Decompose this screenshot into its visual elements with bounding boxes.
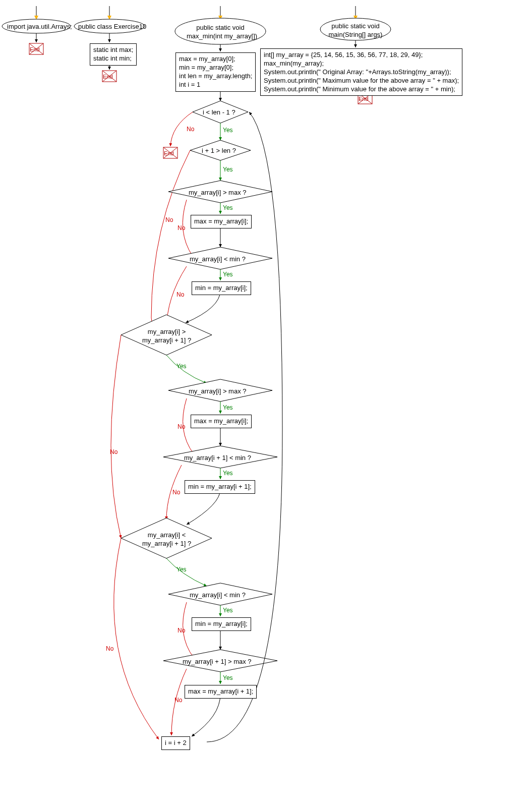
d-plus1: i + 1 > len ? [202, 147, 236, 155]
d-gt-max1: my_array[i] > max ? [189, 189, 247, 197]
svg-text:Yes: Yes [223, 204, 233, 211]
svg-text:Yes: Yes [223, 127, 233, 134]
svg-text:Yes: Yes [176, 566, 187, 573]
svg-text:No: No [165, 216, 173, 223]
a-inc: i = i + 2 [161, 736, 190, 750]
svg-text:Yes: Yes [223, 166, 233, 173]
svg-text:Yes: Yes [223, 674, 233, 681]
node-class-body: static int max; static int min; [90, 43, 137, 66]
a-min3: min = my_array[i]; [192, 617, 251, 631]
end-main: End [359, 95, 369, 102]
a-max1: max = my_array[i]; [191, 215, 252, 228]
svg-text:Yes: Yes [223, 271, 233, 278]
end-class: End [103, 73, 113, 80]
a-max2: max = my_array[i]; [191, 415, 252, 428]
svg-text:No: No [178, 423, 186, 430]
svg-text:No: No [176, 291, 185, 298]
d-lt-min3: my_array[i] < min ? [190, 591, 246, 600]
node-maxmin-sig: public static void max_min(int my_array[… [187, 24, 254, 41]
node-class: public class Exercise10 [78, 23, 141, 31]
d-gt-max3: my_array[i + 1] > max ? [183, 658, 252, 666]
svg-text:No: No [187, 126, 195, 133]
svg-text:Yes: Yes [176, 363, 187, 370]
svg-text:No: No [174, 697, 183, 704]
flowchart-svg: Yes No Yes No Yes No Yes No Yes No Yes N… [0, 0, 532, 806]
d-gt-max2: my_array[i] > max ? [189, 387, 247, 396]
node-maxmin-init: max = my_array[0]; min = my_array[0]; in… [175, 52, 256, 92]
svg-text:Yes: Yes [223, 404, 233, 411]
a-min2: min = my_array[i + 1]; [185, 480, 255, 494]
d-lt-min2: my_array[i + 1] < min ? [184, 454, 251, 463]
svg-text:Yes: Yes [223, 470, 233, 477]
node-main-body: int[] my_array = {25, 14, 56, 15, 36, 56… [260, 48, 462, 96]
end-maxmin: End [164, 150, 174, 157]
d-len: i < len - 1 ? [203, 108, 235, 117]
end-import: End [30, 46, 40, 53]
a-min1: min = my_array[i]; [192, 281, 251, 295]
node-main-sig: public static void main(String[] args) [328, 22, 383, 39]
svg-text:No: No [110, 448, 118, 455]
d-lt-min1: my_array[i] < min ? [190, 255, 246, 264]
svg-text:No: No [106, 645, 114, 652]
a-max3: max = my_array[i + 1]; [185, 685, 257, 699]
svg-text:No: No [178, 627, 186, 634]
d-cmp: my_array[i] > my_array[i + 1] ? [142, 328, 191, 345]
svg-text:Yes: Yes [223, 607, 233, 614]
svg-text:No: No [178, 224, 186, 232]
svg-text:No: No [172, 489, 181, 496]
node-import: import java.util.Arrays; [7, 23, 66, 31]
d-cmp2: my_array[i] < my_array[i + 1] ? [142, 531, 191, 548]
